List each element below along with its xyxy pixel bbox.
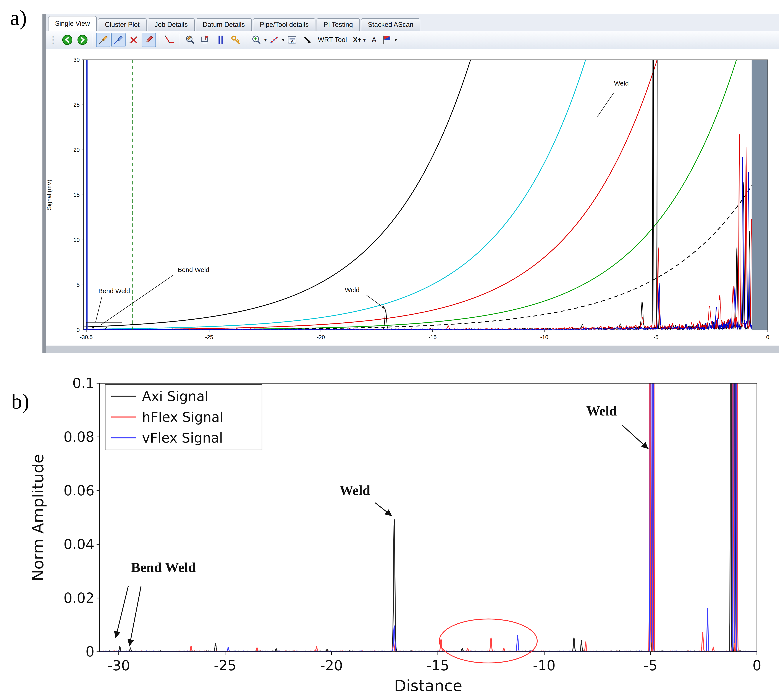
signal-traces	[100, 0, 757, 652]
annotation-bend-weld: Bend Weld	[116, 560, 196, 646]
x-tick-label: -15	[426, 658, 449, 673]
x-tick-label: -5	[644, 658, 657, 673]
x-tick-label: -30	[107, 658, 130, 673]
y-axis-label: Norm Amplitude	[29, 454, 47, 581]
x-tick-label: 0	[752, 658, 761, 673]
chart-b: -30-25-20-15-10-50Distance00.020.040.060…	[0, 0, 779, 700]
legend: Axi SignalhFlex SignalvFlex Signal	[105, 385, 262, 450]
y-tick-label: 0.04	[64, 536, 95, 552]
annotation-weld: Weld	[586, 403, 648, 449]
figure-root: a) b) Single ViewCluster PlotJob Details…	[0, 0, 779, 700]
legend-label-vflex-signal: vFlex Signal	[142, 430, 223, 446]
x-tick-label: -20	[320, 658, 343, 673]
y-tick-label: 0.02	[64, 590, 95, 606]
x-tick-label: -25	[214, 658, 236, 673]
legend-label-axi-signal: Axi Signal	[142, 388, 208, 404]
series-axi-signal	[100, 0, 757, 652]
svg-text:Weld: Weld	[340, 483, 370, 498]
y-tick-label: 0.1	[72, 375, 95, 391]
y-tick-label: 0	[85, 644, 95, 660]
y-axis: 00.020.040.060.080.1Norm Amplitude	[29, 375, 100, 660]
y-tick-label: 0.06	[64, 483, 95, 498]
series-vflex-signal	[100, 0, 757, 652]
annotation-weld: Weld	[340, 483, 392, 516]
svg-text:Bend Weld: Bend Weld	[131, 560, 196, 575]
y-tick-label: 0.08	[64, 429, 95, 445]
x-axis-label: Distance	[394, 677, 463, 695]
svg-text:Weld: Weld	[586, 403, 617, 418]
highlight-ellipse	[439, 619, 537, 663]
x-tick-label: -10	[533, 658, 556, 673]
legend-label-hflex-signal: hFlex Signal	[142, 409, 223, 425]
x-axis: -30-25-20-15-10-50Distance	[107, 652, 761, 695]
series-hflex-signal	[100, 0, 757, 652]
